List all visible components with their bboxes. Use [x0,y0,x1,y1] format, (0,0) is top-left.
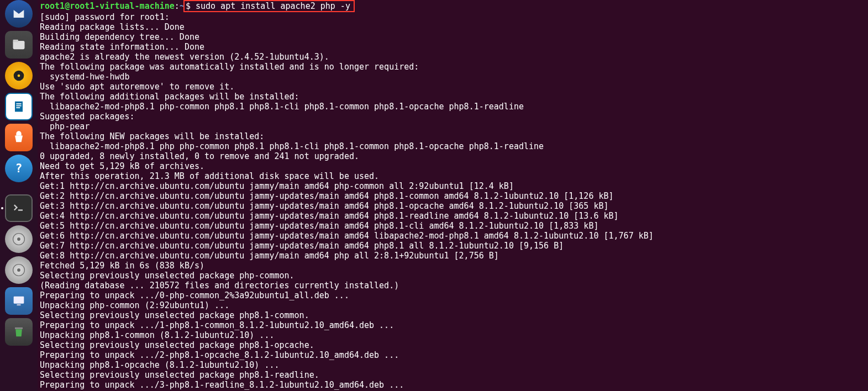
svg-point-13 [17,268,20,272]
terminal-output-line: Selecting previously unselected package … [40,370,866,380]
terminal-output-line: Preparing to unpack .../2-php8.1-opcache… [40,350,866,360]
terminal-output-line: (Reading database ... 210572 files and d… [40,281,866,290]
svg-rect-16 [15,327,23,329]
terminal-output-line: After this operation, 21.3 MB of additio… [40,171,866,181]
terminal-output-line: Reading state information... Done [40,42,866,52]
launcher-thunderbird-icon[interactable] [5,0,33,28]
terminal-output-line: Preparing to unpack .../0-php-common_2%3… [40,290,866,300]
svg-rect-15 [17,304,21,305]
launcher-disc1-icon[interactable] [5,225,33,253]
terminal-output-line: libapache2-mod-php8.1 php php-common php… [40,141,866,151]
prompt-line: root1@root1-virtual-machine:~$ sudo apt … [40,0,866,12]
svg-text:?: ? [15,162,23,175]
terminal-output-line: Selecting previously unselected package … [40,340,866,350]
prompt-sep: : [175,1,180,11]
terminal-output-line: Preparing to unpack .../1-php8.1-common_… [40,320,866,330]
launcher-trash-icon[interactable] [5,318,33,346]
launcher-files-icon[interactable] [5,31,33,59]
command-highlight: $ sudo apt install apache2 php -y [183,0,355,12]
terminal-output-line: Get:2 http://cn.archive.ubuntu.com/ubunt… [40,191,866,201]
svg-point-3 [18,75,20,77]
svg-rect-7 [16,107,20,108]
svg-rect-1 [13,40,18,43]
prompt-user-host: root1@root1-virtual-machine [40,1,175,11]
terminal-output-line: Preparing to unpack .../3-php8.1-readlin… [40,380,866,390]
terminal-output-line: Get:7 http://cn.archive.ubuntu.com/ubunt… [40,241,866,251]
terminal-output-line: Unpacking php8.1-opcache (8.1.2-1ubuntu2… [40,360,866,370]
terminal-output-line: The following NEW packages will be insta… [40,131,866,141]
terminal-output-line: Fetched 5,129 kB in 6s (838 kB/s) [40,261,866,271]
terminal[interactable]: root1@root1-virtual-machine:~$ sudo apt … [38,0,868,391]
launcher-terminal-icon[interactable] [5,194,33,222]
launcher-disc2-icon[interactable] [5,256,33,284]
prompt-dollar: $ [186,1,196,11]
terminal-output-line: apache2 is already the newest version (2… [40,52,866,62]
terminal-output-line: Suggested packages: [40,112,866,121]
svg-rect-14 [14,297,24,304]
terminal-output-line: Selecting previously unselected package … [40,310,866,320]
launcher-remmina-icon[interactable] [5,287,33,315]
terminal-output-line: Get:4 http://cn.archive.ubuntu.com/ubunt… [40,211,866,221]
launcher-software-icon[interactable] [5,124,33,151]
terminal-output-line: Get:3 http://cn.archive.ubuntu.com/ubunt… [40,201,866,211]
svg-rect-6 [16,105,21,107]
terminal-output-line: The following additional packages will b… [40,92,866,102]
launcher-help-icon[interactable]: ? [5,155,33,182]
terminal-output-line: Unpacking php8.1-common (8.1.2-1ubuntu2.… [40,330,866,340]
terminal-output-line: systemd-hwe-hwdb [40,72,866,82]
terminal-output-line: Need to get 5,129 kB of archives. [40,161,866,171]
launcher-libreoffice-icon[interactable] [5,93,33,120]
terminal-output-line: Building dependency tree... Done [40,32,866,42]
svg-rect-5 [16,103,21,104]
terminal-output: [sudo] password for root1:Reading packag… [40,12,866,390]
terminal-output-line: libapache2-mod-php8.1 php-common php8.1 … [40,102,866,112]
terminal-output-line: Get:8 http://cn.archive.ubuntu.com/ubunt… [40,251,866,261]
terminal-output-line: 0 upgraded, 8 newly installed, 0 to remo… [40,151,866,161]
terminal-output-line: php-pear [40,121,866,131]
terminal-output-line: Unpacking php-common (2:92ubuntu1) ... [40,300,866,310]
launcher-rhythmbox-icon[interactable] [5,62,33,89]
terminal-output-line: The following package was automatically … [40,62,866,72]
terminal-output-line: Use 'sudo apt autoremove' to remove it. [40,82,866,92]
terminal-output-line: [sudo] password for root1: [40,12,866,22]
terminal-output-line: Get:1 http://cn.archive.ubuntu.com/ubunt… [40,181,866,191]
terminal-output-line: Get:5 http://cn.archive.ubuntu.com/ubunt… [40,221,866,231]
terminal-output-line: Reading package lists... Done [40,22,866,32]
launcher: ? [0,0,38,391]
command-text: sudo apt install apache2 php -y [196,1,350,11]
terminal-output-line: Get:6 http://cn.archive.ubuntu.com/ubunt… [40,231,866,241]
terminal-output-line: Selecting previously unselected package … [40,271,866,281]
svg-point-11 [17,237,20,241]
svg-rect-4 [15,102,23,112]
